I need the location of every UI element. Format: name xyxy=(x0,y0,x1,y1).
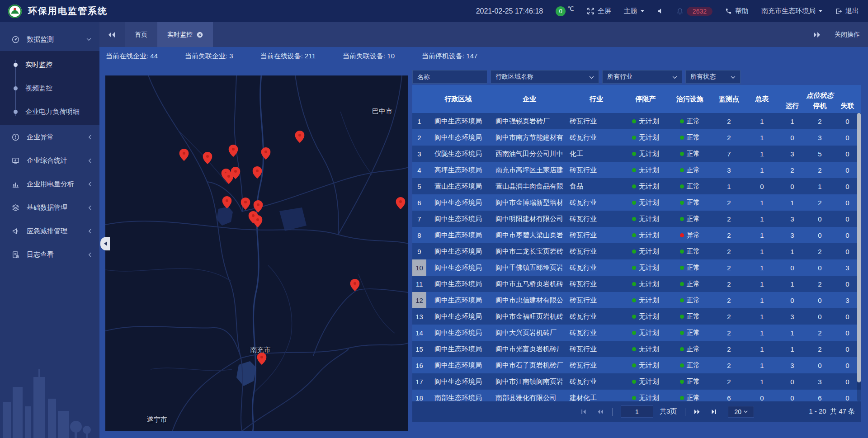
table-row[interactable]: 12阆中生态环境局阆中市忠信建材有限公砖瓦行业无计划正常21003 xyxy=(412,292,861,308)
map-pin[interactable] xyxy=(261,147,271,161)
col-region: 行政区域 xyxy=(426,85,490,113)
col-run: 运行 xyxy=(778,100,806,113)
table-row[interactable]: 10阆中生态环境局阆中千佛镇五郎垭页岩砖瓦行业无计划正常21003 xyxy=(412,259,861,276)
industry-filter-select[interactable]: 所有行业 xyxy=(602,70,682,84)
table-row[interactable]: 17阆中生态环境局阆中市江南镇阆南页岩砖瓦行业无计划正常21030 xyxy=(412,373,861,390)
datetime-label: 2021-02-25 17:46:18 xyxy=(476,7,543,15)
cell-total-meter: 0 xyxy=(745,394,778,402)
stat-item: 当前在线企业: 44 xyxy=(106,52,158,61)
table-row[interactable]: 14阆中生态环境局阆中大兴页岩机砖厂砖瓦行业无计划正常21120 xyxy=(412,325,861,341)
map-pin[interactable] xyxy=(396,198,405,212)
cell-industry: 砖瓦行业 xyxy=(569,345,624,353)
notification-bell[interactable]: 2632 xyxy=(676,7,712,16)
sidebar-item-base-data[interactable]: 基础数据管理 xyxy=(0,196,99,219)
map-pin[interactable] xyxy=(228,145,238,159)
map-pin[interactable] xyxy=(222,196,232,210)
close-operations-button[interactable]: 关闭操作 xyxy=(835,31,860,39)
table-row[interactable]: 7阆中生态环境局阆中明阳建材有限公司砖瓦行业无计划正常21300 xyxy=(412,211,861,227)
table-row[interactable]: 18南部生态环境局南部县雅化有限公司建材化工无计划正常60060 xyxy=(412,390,861,401)
theme-menu[interactable]: 主题 xyxy=(624,7,644,15)
status-dot-icon xyxy=(632,217,636,221)
row-index: 5 xyxy=(412,178,426,194)
sidebar-item-log-view[interactable]: 日志查看 xyxy=(0,243,99,266)
cell-monitor-points: 2 xyxy=(712,118,745,125)
row-index: 13 xyxy=(412,308,426,325)
tab-首页[interactable]: 首页 xyxy=(125,22,157,47)
tabs-scroll-right-icon[interactable] xyxy=(813,32,821,38)
cell-monitor-points: 2 xyxy=(712,134,745,141)
sidebar-item-enterprise-statistics[interactable]: 企业综合统计 xyxy=(0,149,99,172)
first-page-button[interactable] xyxy=(580,409,587,415)
table-row[interactable]: 8阆中生态环境局阆中市枣碧大梁山页岩砖瓦行业无计划异常21300 xyxy=(412,227,861,243)
map-pin[interactable] xyxy=(224,172,234,186)
next-page-button[interactable] xyxy=(693,409,701,415)
scrollbar-thumb[interactable] xyxy=(857,113,861,382)
sidebar-subitem[interactable]: 实时监控 xyxy=(0,53,99,76)
help-button[interactable]: 帮助 xyxy=(725,7,749,15)
cell-industry: 砖瓦行业 xyxy=(569,231,624,240)
sidebar-item-emergency-reduction[interactable]: 应急减排管理 xyxy=(0,219,99,243)
monitoring-panel: 行政区域名称 所有行业 所有状态 行政区域 企业 行业 停限产 治污设施 监测点… xyxy=(412,70,861,422)
sidebar-subitem[interactable]: 企业电力负荷明细 xyxy=(0,100,99,123)
map-pin[interactable] xyxy=(257,353,267,367)
status-dot-icon xyxy=(632,168,636,172)
map-panel[interactable]: 巴中市南充市遂宁市 xyxy=(105,75,408,431)
speaker-button[interactable] xyxy=(657,8,664,14)
cell-region: 阆中生态环境局 xyxy=(426,296,490,305)
map-pin[interactable] xyxy=(350,279,360,293)
table-row[interactable]: 5营山生态环境局营山县润丰肉食品有限食品无计划正常10010 xyxy=(412,178,861,194)
sidebar-subitem[interactable]: 视频监控 xyxy=(0,76,99,100)
sidebar-item-power-usage-analysis[interactable]: 企业用电量分析 xyxy=(0,172,99,196)
prev-page-button[interactable] xyxy=(597,409,604,415)
map-pin[interactable] xyxy=(252,166,262,180)
exit-button[interactable]: 退出 xyxy=(835,7,859,15)
chevron-down-icon xyxy=(589,73,594,80)
table-row[interactable]: 9阆中生态环境局阆中市二龙长宝页岩砖砖瓦行业无计划正常21120 xyxy=(412,243,861,259)
table-row[interactable]: 15阆中生态环境局阆中市光富页岩机砖厂砖瓦行业无计划正常21120 xyxy=(412,341,861,357)
table-row[interactable]: 1阆中生态环境局阆中强锐页岩砖厂砖瓦行业无计划正常21120 xyxy=(412,113,861,129)
table-row[interactable]: 16阆中生态环境局阆中市石子页岩机砖厂砖瓦行业无计划正常21300 xyxy=(412,357,861,373)
gauge-icon xyxy=(12,36,21,43)
region-filter-select[interactable]: 行政区域名称 xyxy=(491,70,599,84)
map-city-label: 巴中市 xyxy=(372,107,392,115)
fullscreen-button[interactable]: 全屏 xyxy=(587,7,611,15)
page-size-select[interactable]: 20 xyxy=(728,406,754,418)
cell-treatment: 正常 xyxy=(667,133,712,142)
sidebar-item-data-monitoring[interactable]: 数据监测 xyxy=(0,28,99,51)
cell-total-meter: 1 xyxy=(745,329,778,337)
status-dot-icon xyxy=(632,136,636,140)
map-pin[interactable] xyxy=(179,149,189,163)
bullet-dot-icon xyxy=(14,110,18,114)
map-pin[interactable] xyxy=(295,131,305,145)
page-number-input[interactable] xyxy=(621,405,653,418)
table-row[interactable]: 3仪陇生态环境局西南油气田分公司川中化工无计划正常71350 xyxy=(412,146,861,162)
cell-stopped: 0 xyxy=(806,297,834,304)
map-pin[interactable] xyxy=(253,215,263,229)
table-row[interactable]: 4高坪生态环境局南充市高坪区王家店建砖瓦行业无计划正常31220 xyxy=(412,162,861,178)
cell-industry: 建材化工 xyxy=(569,394,624,402)
table-row[interactable]: 11阆中生态环境局阆中市五马桥页岩机砖砖瓦行业无计划正常21120 xyxy=(412,276,861,292)
org-menu[interactable]: 南充市生态环境局 xyxy=(761,7,822,15)
last-page-button[interactable] xyxy=(711,409,717,415)
table-row[interactable]: 6阆中生态环境局阆中市金博瑞新型墙材砖瓦行业无计划正常21120 xyxy=(412,194,861,211)
row-index: 17 xyxy=(412,373,426,390)
cell-monitor-points: 2 xyxy=(712,248,745,255)
tab-close-icon[interactable] xyxy=(197,32,203,38)
sidebar-submenu: 实时监控视频监控企业电力负荷明细 xyxy=(0,51,99,125)
status-filter-select[interactable]: 所有状态 xyxy=(685,70,741,84)
tabs-scroll-left-icon[interactable] xyxy=(108,32,116,38)
cell-region: 阆中生态环境局 xyxy=(426,231,490,240)
tab-实时监控[interactable]: 实时监控 xyxy=(157,22,213,47)
name-filter-input[interactable] xyxy=(412,70,487,84)
map-pin[interactable] xyxy=(203,152,212,166)
cell-company: 南部县雅化有限公司 xyxy=(490,394,569,402)
table-row[interactable]: 2阆中生态环境局阆中市南方节能建材有砖瓦行业无计划正常21030 xyxy=(412,129,861,146)
cell-industry: 砖瓦行业 xyxy=(569,117,624,126)
map-pin[interactable] xyxy=(241,198,250,212)
cell-company: 南充市高坪区王家店建 xyxy=(490,166,569,174)
table-row[interactable]: 13阆中生态环境局阆中市金福旺页岩机砖砖瓦行业无计划正常21300 xyxy=(412,308,861,325)
col-total-meter: 总表 xyxy=(745,85,778,113)
sidebar-collapse-handle[interactable] xyxy=(100,237,110,250)
sidebar-item-enterprise-abnormal[interactable]: 企业异常 xyxy=(0,125,99,149)
cell-total-meter: 1 xyxy=(745,248,778,255)
